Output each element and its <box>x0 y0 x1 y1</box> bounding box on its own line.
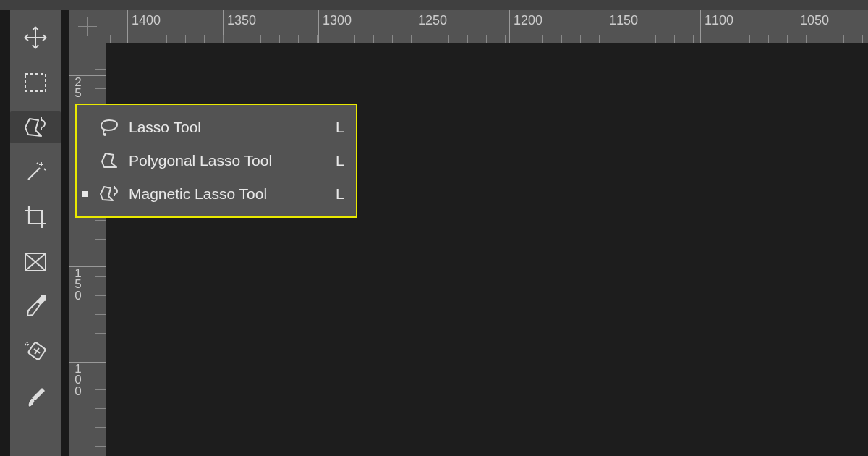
crop-icon <box>23 205 48 229</box>
eyedropper-icon <box>25 295 46 318</box>
svg-rect-0 <box>25 74 46 91</box>
magnetic-lasso-tool-item[interactable]: Magnetic Lasso Tool L <box>81 177 349 211</box>
ruler-tick-label: 25 <box>74 77 82 99</box>
ruler-tick-label: 150 <box>74 268 82 301</box>
ruler-tick-label: 1100 <box>705 13 733 28</box>
brush-icon <box>25 385 46 408</box>
tool-shortcut: L <box>336 119 349 136</box>
ruler-tick-label: 1050 <box>800 13 829 28</box>
polygonal-lasso-tool-item[interactable]: Polygonal Lasso Tool L <box>81 144 349 177</box>
move-icon <box>23 25 48 50</box>
ruler-tick-label: 1400 <box>132 13 161 28</box>
svg-point-3 <box>25 342 28 345</box>
lasso-tool-group[interactable] <box>10 111 61 143</box>
crop-tool[interactable] <box>17 201 54 233</box>
ruler-origin[interactable] <box>69 10 106 43</box>
lasso-tool-item[interactable]: Lasso Tool L <box>81 111 349 144</box>
lasso-tool-flyout: Lasso Tool L Polygonal Lasso Tool L Magn… <box>75 104 357 218</box>
options-bar <box>0 0 868 10</box>
tools-panel <box>10 10 61 456</box>
ruler-tick-label: 1200 <box>514 13 542 28</box>
eyedropper-tool[interactable] <box>17 291 54 323</box>
ruler-tick-label: 1350 <box>227 13 256 28</box>
spot-healing-brush-tool[interactable] <box>17 336 54 368</box>
frame-icon <box>24 252 47 272</box>
ruler-tick-label: 1300 <box>323 13 352 28</box>
selected-indicator <box>81 191 90 197</box>
magic-wand-tool[interactable] <box>17 156 54 188</box>
brush-tool[interactable] <box>17 381 54 413</box>
frame-tool[interactable] <box>17 246 54 278</box>
lasso-icon <box>97 118 122 137</box>
magnetic-lasso-icon <box>97 185 122 203</box>
marquee-icon <box>24 72 47 93</box>
ruler-tick-label: 1250 <box>418 13 447 28</box>
ruler-horizontal[interactable]: 1400135013001250120011501100105010 <box>69 10 868 43</box>
magic-wand-icon <box>24 161 47 184</box>
tool-label: Lasso Tool <box>129 119 328 136</box>
move-tool[interactable] <box>17 22 54 54</box>
tool-label: Magnetic Lasso Tool <box>129 185 328 203</box>
polygonal-lasso-icon <box>97 151 122 170</box>
magnetic-lasso-icon <box>22 116 48 139</box>
healing-brush-icon <box>23 340 48 363</box>
ruler-tick-label: 100 <box>74 363 82 397</box>
tool-shortcut: L <box>336 185 349 203</box>
svg-point-4 <box>103 133 106 136</box>
tool-label: Polygonal Lasso Tool <box>129 152 328 169</box>
tool-shortcut: L <box>336 152 349 169</box>
ruler-tick-label: 1150 <box>609 13 638 28</box>
rectangular-marquee-tool[interactable] <box>17 67 54 98</box>
